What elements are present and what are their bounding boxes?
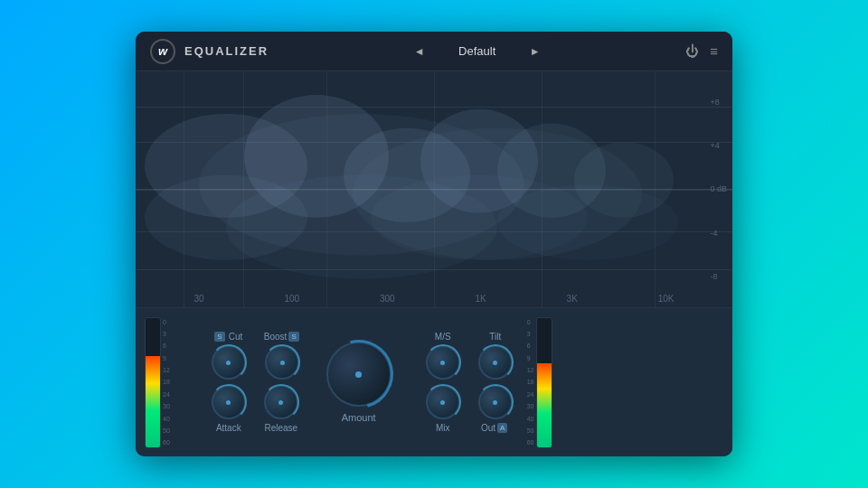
meter-label-30: 30 bbox=[163, 403, 170, 409]
db-label-8p: +8 bbox=[710, 98, 727, 107]
preset-name: Default bbox=[441, 44, 514, 58]
amount-knob-col: Amount bbox=[326, 342, 392, 423]
meter-label-12: 12 bbox=[163, 367, 170, 373]
r-meter-label-9: 9 bbox=[527, 355, 534, 361]
out-knob[interactable] bbox=[478, 385, 513, 419]
amount-label: Amount bbox=[342, 412, 376, 423]
meter-label-0: 0 bbox=[163, 319, 170, 325]
freq-label-3k: 3K bbox=[567, 294, 578, 304]
attack-release-row: Attack Release bbox=[212, 385, 301, 433]
r-meter-label-60: 60 bbox=[527, 439, 534, 446]
r-meter-label-18: 18 bbox=[527, 379, 534, 385]
r-meter-label-30: 30 bbox=[527, 403, 534, 409]
amount-knob-ring bbox=[312, 327, 406, 421]
freq-labels: 30 100 300 1K 3K 10K bbox=[136, 294, 732, 304]
ms-knob-col: M/S bbox=[426, 332, 460, 380]
release-knob-ring bbox=[263, 384, 299, 420]
boost-label: Boost bbox=[264, 332, 288, 342]
release-label: Release bbox=[264, 423, 297, 433]
meter-label-6: 6 bbox=[163, 343, 170, 349]
ms-tilt-row: M/S Tilt bbox=[426, 332, 513, 380]
header: w EQUALIZER ◄ Default ► ⏻ ≡ bbox=[136, 32, 732, 71]
controls-panel: 0 3 6 9 12 18 24 30 40 50 60 S Cut bbox=[136, 307, 732, 456]
attack-label: Attack bbox=[216, 423, 241, 433]
meter-label-9: 9 bbox=[163, 355, 170, 361]
out-knob-col: Out A bbox=[478, 385, 513, 433]
meter-label-40: 40 bbox=[163, 416, 170, 422]
release-knob[interactable] bbox=[264, 385, 298, 419]
meter-label-18: 18 bbox=[163, 379, 170, 385]
menu-button[interactable]: ≡ bbox=[710, 43, 718, 59]
header-right: ⏻ ≡ bbox=[685, 43, 718, 59]
ms-knob-ring bbox=[425, 344, 461, 380]
r-meter-label-40: 40 bbox=[527, 416, 534, 422]
left-knobs-group: S Cut Boost S bbox=[212, 332, 301, 433]
meter-label-60: 60 bbox=[163, 439, 170, 446]
meter-label-24: 24 bbox=[163, 391, 170, 398]
freq-label-300: 300 bbox=[380, 294, 395, 304]
input-meter-fill bbox=[146, 356, 160, 446]
input-meter bbox=[145, 317, 161, 448]
attack-knob-ring bbox=[211, 384, 247, 420]
spectrum-blob-r bbox=[497, 184, 678, 260]
mix-out-row: Mix Out A bbox=[426, 385, 513, 433]
amount-knob[interactable] bbox=[326, 342, 392, 407]
db-label-4p: +4 bbox=[710, 141, 727, 150]
tilt-knob-ring bbox=[477, 344, 514, 380]
output-meter bbox=[536, 317, 552, 448]
eq-display: +8 +4 0 dB -4 -8 30 100 300 1K 3K 10K bbox=[136, 71, 732, 307]
ms-knob[interactable] bbox=[426, 345, 460, 380]
freq-label-10k: 10K bbox=[658, 294, 675, 304]
db-label-4n: -4 bbox=[710, 229, 727, 238]
mix-knob[interactable] bbox=[426, 385, 460, 419]
cut-knob-ring bbox=[211, 344, 247, 380]
tilt-knob-col: Tilt bbox=[478, 332, 513, 380]
boost-badge: S bbox=[288, 332, 298, 342]
prev-preset-button[interactable]: ◄ bbox=[409, 43, 430, 60]
mix-knob-col: Mix bbox=[426, 385, 460, 433]
ms-label: M/S bbox=[435, 332, 451, 342]
out-label: Out bbox=[481, 423, 495, 433]
cut-badge: S bbox=[214, 332, 224, 342]
output-meter-fill bbox=[537, 363, 552, 447]
r-meter-label-24: 24 bbox=[527, 391, 534, 398]
boost-knob[interactable] bbox=[265, 345, 299, 380]
next-preset-button[interactable]: ► bbox=[524, 43, 546, 60]
cut-knob-col: S Cut bbox=[212, 332, 246, 380]
tilt-label: Tilt bbox=[489, 332, 501, 342]
mix-label: Mix bbox=[436, 423, 450, 433]
out-badge: A bbox=[497, 423, 507, 433]
plugin-title: EQUALIZER bbox=[184, 44, 269, 58]
right-knobs-group: M/S Tilt Mix bbox=[426, 332, 513, 433]
meter-label-3: 3 bbox=[163, 331, 170, 337]
cut-boost-row: S Cut Boost S bbox=[212, 332, 301, 380]
tilt-knob[interactable] bbox=[478, 345, 513, 380]
attack-knob-col: Attack bbox=[212, 385, 246, 433]
meter-label-50: 50 bbox=[163, 427, 170, 434]
r-meter-label-3: 3 bbox=[527, 331, 534, 337]
r-meter-label-50: 50 bbox=[527, 427, 534, 434]
db-label-8n: -8 bbox=[710, 272, 727, 281]
cut-knob[interactable] bbox=[212, 345, 246, 380]
power-button[interactable]: ⏻ bbox=[685, 43, 699, 59]
eq-curve-svg bbox=[136, 71, 732, 307]
r-meter-label-12: 12 bbox=[527, 367, 534, 373]
plugin-window: w EQUALIZER ◄ Default ► ⏻ ≡ bbox=[136, 32, 732, 456]
boost-knob-col: Boost S bbox=[264, 332, 301, 380]
db-labels: +8 +4 0 dB -4 -8 bbox=[710, 71, 727, 307]
mix-knob-ring bbox=[425, 384, 461, 420]
freq-label-100: 100 bbox=[284, 294, 299, 304]
boost-knob-ring bbox=[264, 344, 300, 380]
release-knob-col: Release bbox=[264, 385, 298, 433]
preset-nav: ◄ Default ► bbox=[409, 43, 546, 60]
freq-label-1k: 1K bbox=[476, 294, 486, 304]
attack-knob[interactable] bbox=[212, 385, 246, 419]
freq-label-30: 30 bbox=[193, 294, 203, 304]
r-meter-label-6: 6 bbox=[527, 343, 534, 349]
cut-label: Cut bbox=[229, 332, 243, 342]
logo-icon: w bbox=[150, 39, 175, 64]
db-label-0: 0 dB bbox=[710, 184, 727, 193]
out-knob-ring bbox=[477, 384, 514, 420]
r-meter-label-0: 0 bbox=[527, 319, 534, 325]
